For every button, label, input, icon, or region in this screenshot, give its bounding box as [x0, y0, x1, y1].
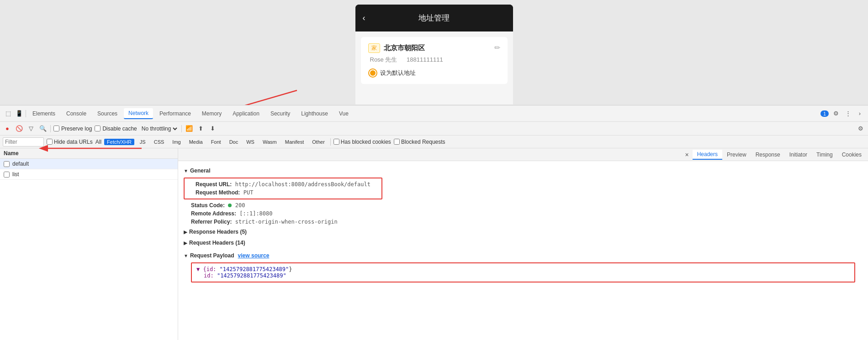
request-headers-triangle-icon: ▶ — [184, 241, 187, 246]
filter-divider — [330, 138, 331, 146]
devtools-main: Name default list × Headers Preview Resp… — [0, 148, 868, 340]
network-toolbar: ● 🚫 ▽ 🔍 Preserve log Disable cache No th… — [0, 122, 868, 136]
tab-application[interactable]: Application — [228, 109, 264, 119]
payload-inner-value: "1425792881775423489" — [217, 272, 286, 279]
disable-cache-label: Disable cache — [102, 126, 137, 132]
preserve-log-checkbox[interactable] — [53, 126, 59, 131]
stop-icon[interactable]: 🚫 — [15, 124, 24, 133]
filter-manifest[interactable]: Manifest — [282, 139, 307, 145]
devtools-tabbar: ⬚ 📱 Elements Console Sources Network Per… — [0, 105, 868, 122]
phone-back-button[interactable]: ‹ — [363, 13, 365, 23]
default-btn-row[interactable]: 设为默认地址 — [368, 68, 500, 78]
download-icon[interactable]: ⬇ — [208, 124, 217, 133]
throttle-select[interactable]: No throttling — [140, 125, 179, 132]
request-list-header: Name — [0, 148, 178, 159]
detail-tab-headers[interactable]: Headers — [693, 150, 722, 160]
address-top: 家 北京市朝阳区 — [368, 43, 500, 53]
response-headers-section[interactable]: ▶ Response Headers (5) — [184, 226, 863, 237]
more-options-icon[interactable]: ⋮ — [843, 109, 852, 118]
payload-inner-key: id: — [204, 272, 217, 279]
blocked-cookies-checkbox[interactable] — [333, 139, 339, 145]
blocked-requests-checkbox[interactable] — [394, 139, 400, 145]
tab-performance[interactable]: Performance — [155, 109, 196, 119]
address-name: 北京市朝阳区 — [384, 44, 425, 52]
disable-cache-checkbox-label[interactable]: Disable cache — [95, 126, 137, 132]
general-triangle-icon: ▼ — [184, 168, 188, 173]
preserve-log-checkbox-label[interactable]: Preserve log — [53, 126, 92, 132]
payload-id-key: ▼ {id: — [196, 266, 220, 272]
tab-elements[interactable]: Elements — [28, 109, 60, 119]
tab-security[interactable]: Security — [266, 109, 295, 119]
close-detail-button[interactable]: × — [681, 150, 692, 160]
hide-data-urls-checkbox[interactable] — [47, 139, 53, 145]
edit-icon[interactable]: ✏ — [494, 43, 500, 52]
filter-img[interactable]: Img — [169, 139, 183, 145]
filter-ws[interactable]: WS — [243, 139, 257, 145]
payload-outer-id-value: "1425792881775423489" — [220, 266, 289, 272]
detail-tab-initiator[interactable]: Initiator — [785, 150, 812, 159]
tab-memory[interactable]: Memory — [197, 109, 226, 119]
filter-css[interactable]: CSS — [151, 139, 167, 145]
mobile-preview: ‹ 地址管理 家 北京市朝阳区 Rose 先生 18811111111 ✏ — [0, 0, 868, 105]
filter-font[interactable]: Font — [208, 139, 224, 145]
tab-sources[interactable]: Sources — [93, 109, 122, 119]
remote-address-row: Remote Address: [::1]:8080 — [184, 209, 863, 218]
search-icon[interactable]: 🔍 — [38, 124, 48, 133]
payload-triangle-icon: ▼ — [184, 253, 188, 258]
upload-icon[interactable]: ⬆ — [196, 124, 206, 133]
filter-fetch-xhr[interactable]: Fetch/XHR — [104, 139, 134, 145]
phone-header: ‹ 地址管理 — [355, 5, 513, 31]
filter-js[interactable]: JS — [137, 139, 148, 145]
wifi-icon[interactable]: 📶 — [185, 124, 194, 133]
blocked-requests-label[interactable]: Blocked Requests — [394, 139, 445, 145]
address-contact: Rose 先生 18811111111 — [368, 56, 500, 64]
phone-title: 地址管理 — [418, 13, 450, 23]
detail-tab-preview[interactable]: Preview — [722, 150, 751, 159]
tab-lighthouse[interactable]: Lighthouse — [296, 109, 333, 119]
filter-other[interactable]: Other — [309, 139, 328, 145]
tab-vue[interactable]: Vue — [334, 109, 353, 119]
request-headers-section[interactable]: ▶ Request Headers (14) — [184, 237, 863, 248]
inspect-element-icon[interactable]: ⬚ — [4, 109, 13, 118]
view-source-link[interactable]: view source — [238, 252, 270, 259]
close-devtools-icon[interactable]: › — [855, 109, 864, 118]
detail-tab-cookies[interactable]: Cookies — [837, 150, 866, 159]
filter-doc[interactable]: Doc — [227, 139, 241, 145]
tab-network[interactable]: Network — [124, 108, 153, 119]
blocked-cookies-label[interactable]: Has blocked cookies — [333, 139, 391, 145]
hide-data-urls-label[interactable]: Hide data URLs — [47, 139, 93, 145]
settings-gear-icon[interactable]: ⚙ — [856, 124, 865, 133]
detail-tab-response[interactable]: Response — [751, 150, 785, 159]
table-row[interactable]: default — [0, 159, 178, 169]
status-green-dot — [228, 204, 232, 207]
row-checkbox-list[interactable] — [4, 172, 10, 178]
record-icon[interactable]: ● — [3, 124, 12, 133]
referrer-policy-row: Referrer Policy: strict-origin-when-cros… — [184, 218, 863, 226]
request-url-label: Request URL: — [196, 181, 232, 188]
device-toggle-icon[interactable]: 📱 — [15, 109, 24, 118]
request-url-value: http://localhost:8080/addressBook/defaul… — [235, 181, 370, 188]
filter-wasm[interactable]: Wasm — [260, 139, 280, 145]
tab-divider — [26, 110, 26, 117]
request-payload-section[interactable]: ▼ Request Payload view source — [184, 250, 863, 261]
filter-media[interactable]: Media — [186, 139, 206, 145]
disable-cache-checkbox[interactable] — [95, 126, 101, 131]
request-list: Name default list — [0, 148, 178, 340]
default-checkbox-inner — [370, 70, 376, 76]
detail-tab-timing[interactable]: Timing — [812, 150, 837, 159]
settings-icon[interactable]: ⚙ — [831, 109, 841, 118]
badge-1: 1 — [820, 110, 829, 117]
default-checkbox[interactable] — [368, 68, 377, 78]
table-row[interactable]: list — [0, 169, 178, 180]
clear-icon[interactable]: ▽ — [26, 124, 36, 133]
referrer-policy-label: Referrer Policy: — [191, 219, 232, 225]
filter-input[interactable] — [3, 137, 44, 146]
row-checkbox-default[interactable] — [4, 161, 10, 167]
filter-all-text: All — [95, 139, 101, 145]
blocked-cookies-text: Has blocked cookies — [341, 139, 391, 145]
general-section-header[interactable]: ▼ General — [184, 165, 863, 176]
tab-console[interactable]: Console — [62, 109, 91, 119]
request-headers-label: Request Headers (14) — [189, 240, 245, 246]
request-method-row: Request Method: PUT — [188, 188, 378, 197]
devtools-right-controls: 1 ⚙ ⋮ › — [820, 109, 864, 118]
